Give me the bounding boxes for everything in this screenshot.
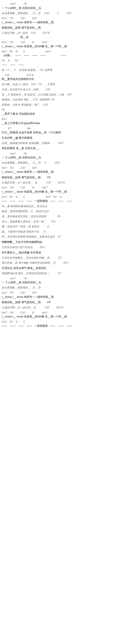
lyric-line: （问要） —— —— —— —— —— <box>2 54 120 58</box>
chord-line: F9 <box>2 108 120 112</box>
chord-line: 抬头看看繁__星夜夜的__ 天__空 C G/F: <box>2 161 120 165</box>
chord-line: 看着他__们的表情 满足__ C/D 的那模样 F9 <box>2 98 120 102</box>
lyric-line: I__know I__ know 你是我__的OK嗲 在__每一个时__候 <box>2 44 120 48</box>
lyric-line: 谢谢你鼓__励我 勇气是你给__我 <box>2 26 120 30</box>
lyric-line: —— —— —— <box>2 63 120 67</box>
chord-line: 我们全都__是 渺小蚂蚁 却都有存在的那意__又 Em7 <box>2 261 120 265</box>
chord-line: Am7 F9 G C <box>2 320 120 324</box>
chord-line: 让我迈开脚__步一起往 C/D G/F:E: <box>2 31 120 35</box>
chord-line: Am7 F9 <box>2 2 120 6</box>
lyric-line: 蝴蝶蝴蝶__飞在天空挥动翅膀阿始 <box>2 240 120 244</box>
lyric-line: 前__走 <box>2 35 120 39</box>
chord-line: 抬头看看繁__星夜夜的__ 天__空 <box>2 286 120 290</box>
chord-line: 伤心__就抱着家人朋友好__好哭一场 C/D <box>2 220 120 224</box>
chord-line: 当成__这些卖不出去公仔__的床 C/D <box>2 88 120 92</box>
chord-line: F9 G F9 <box>2 59 120 63</box>
lyric-line: —— —— —— —— 一直陪着我 —— —— —— <box>2 324 120 328</box>
chord-line: 在我__最最难过的时候 给我温暖__的眼神 Dm7 <box>2 141 120 145</box>
chord-line: Am7 F9 G C Am7 F9 G <box>2 195 120 199</box>
chord-line: C/D G/F:E: <box>2 73 120 77</box>
lyric-line: 不漂失去 别失去勇气 那就__创造回忆 <box>2 266 120 270</box>
chord-line: 看着他__们快乐 我也跟着__饱了 C/D <box>2 103 120 107</box>
chord-line: 拿一个__ C 旧皮箱 装着我__ F9 的梦想 <box>2 68 120 72</box>
lyric-line: 它们__陪着我 永远不放离 还有这__有 一只大狼狗 <box>2 130 120 134</box>
song-container: Am7 F9ｌ 个人的时__候 在陌生的街__头抬头看看繁__星夜夜的__ 天_… <box>2 2 120 328</box>
chord-line: 抬头看看繁__星夜夜的__ 天__空 C/D C G/F: <box>2 12 120 15</box>
lyric-line: 谢谢你鼓__励我 勇气是你给__我 F9 <box>2 176 120 180</box>
chord-line: 有__天 我突发奇__想 把这些__公仔送孤儿院的__小孩 G/F: <box>2 93 120 97</box>
lyric-line: 谢谢你鼓__励我 勇气是你给__我 F9 <box>2 300 120 304</box>
lyric-line: 它名叫阿__偏 整天跟着我 <box>2 136 120 140</box>
chord-line: 慢慢舞动起来 踏出__没律违泥泪的创意！ E7 <box>2 272 120 276</box>
lyric-line: I__know I__ know 地球另——端有你陪__我 <box>2 170 120 174</box>
chord-line: 让我迈开脚__步一起往前__走 C/D G/F:E: <box>2 306 120 310</box>
chord-line: Am7 F9 C/D G Am7 <box>2 311 120 315</box>
chord-line: 眼__下我的疗伤歌曲 用药并不苦 G <box>2 230 120 234</box>
lyric-line: __离开了家乡 开始我的流浪 <box>2 112 120 116</box>
lyric-line: ｌ 个人的时__候 在陌生的街__头 <box>2 156 120 160</box>
chord-line: Am7 F9 C/D G Am7 <box>2 40 120 44</box>
chord-line: Am7 F9 C/D G/F: <box>2 166 120 170</box>
chord-line: 晒__阳会消干一切忧__烦 烦忧伤 G <box>2 225 120 228</box>
lyric-line: ｌ 个人的时__候 在陌生的街__头 <box>2 280 120 284</box>
chord-line: 设计糟__在桌上一蓝伟 Am7 F9 __大理想 <box>2 82 120 86</box>
chord-line: 用__耳朵用心听我唱 我的精彩__故事还没说完 E7 <box>2 235 120 239</box>
lyric-line: __身上只带着公仔Qpee和Guitar <box>2 121 120 125</box>
chord-line: 就__算失败就算泪泪依__然还没停回家 F9 <box>2 214 120 218</box>
chord-line: Am7 F9 C/D G/F: <box>2 16 120 20</box>
chord-line: 它其实从前也只是只毛毛虫 Em7 <box>2 246 120 249</box>
chord-line: Am7 F9 G C Am7 <box>2 50 120 54</box>
chord-line: Am7 F9 <box>2 152 120 156</box>
chord-line: Em7 <box>2 117 120 121</box>
chord-line: 只有生命不能重来 __所以珍惜它的精__彩 E7 <box>2 256 120 260</box>
lyric-line: 肯定的微笑 准__备 往前出发__ <box>2 146 120 150</box>
chord-line: 让我迈开脚__步一起往前__ 走 C/D G/F:E: <box>2 181 120 185</box>
lyric-line: —— —— —— —— 一直陪着我 —— —— —— <box>2 199 120 203</box>
lyric-line: 我__要开始决定旅程的方向 <box>2 77 120 81</box>
chord-line: 外__婆 教我唱的童谣我也从__来没忘过 <box>2 204 120 208</box>
lyric-line: I__know I__ know 地球另——端有你陪__我 <box>2 20 120 24</box>
chord-line: Am7 F9 C/D G/F: <box>2 291 120 295</box>
chord-line: Am7 F9 <box>2 277 120 280</box>
chord-line: E7 Am <box>2 126 120 130</box>
lyric-line: I__know I__ know 你是我__的OK嗲 在__每一个时__候 <box>2 190 120 194</box>
chord-line: 她说__周杰伦唱的那首__G 她也没忘过 <box>2 209 120 213</box>
lyric-line: I__know I__ know 你是我__的OK嗲 在__每一个时__候 <box>2 314 120 319</box>
lyric-line: ｌ 个人的时__候 在陌生的街__头 <box>2 6 120 10</box>
lyric-line: I__know I__ know 地球另——端有你陪__我 <box>2 295 120 299</box>
lyric-line: 何不要灰心 __钱没再赚 失空再读 <box>2 250 120 255</box>
chord-line: Am7 F9 C/D G Am7 <box>2 186 120 190</box>
